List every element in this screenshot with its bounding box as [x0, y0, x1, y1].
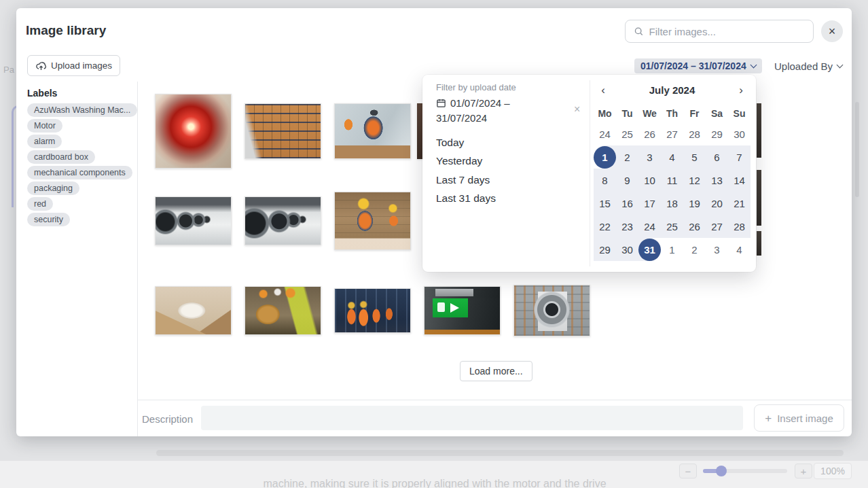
calendar-day-29[interactable]: 29	[594, 238, 616, 261]
date-shortcut-yesterday[interactable]: Yesterday	[436, 152, 496, 171]
calendar-day-25[interactable]: 25	[616, 122, 638, 145]
gallery-cell	[327, 266, 417, 355]
partially-hidden-image[interactable]	[757, 103, 761, 158]
factory-workers-orange-image[interactable]	[334, 288, 411, 333]
day-header-we: We	[638, 105, 661, 122]
description-label: Description	[142, 413, 193, 425]
uploaded-by-filter[interactable]: Uploaded By	[774, 58, 842, 73]
calendar-day-28[interactable]: 28	[728, 215, 751, 238]
washing-machine-drums-image[interactable]	[245, 196, 321, 245]
calendar-day-30[interactable]: 30	[728, 122, 751, 145]
description-input[interactable]	[201, 406, 743, 430]
next-month-button[interactable]: ›	[731, 84, 751, 96]
day-header-th: Th	[661, 105, 683, 122]
gallery-cell	[238, 176, 327, 266]
calendar-day-26[interactable]: 26	[638, 122, 661, 145]
calendar-day-14[interactable]: 14	[728, 169, 751, 192]
calendar-day-27[interactable]: 27	[706, 215, 728, 238]
zoom-out-button[interactable]: −	[679, 464, 697, 478]
previous-month-button[interactable]: ‹	[594, 84, 613, 96]
calendar-day-9[interactable]: 9	[616, 169, 638, 192]
calendar-day-10[interactable]: 10	[638, 169, 661, 192]
date-range-line1: 01/07/2024 –	[450, 97, 510, 109]
calendar-day-4[interactable]: 4	[661, 145, 683, 169]
calendar-day-29[interactable]: 29	[706, 122, 728, 145]
workers-carrying-box-image[interactable]	[245, 286, 321, 335]
date-shortcut-last-31-days[interactable]: Last 31 days	[436, 190, 496, 209]
calendar-day-8[interactable]: 8	[594, 169, 616, 192]
calendar-day-24[interactable]: 24	[594, 122, 616, 145]
uploaded-by-label: Uploaded By	[774, 60, 833, 72]
calendar-day-4[interactable]: 4	[728, 238, 751, 261]
upload-button-label: Upload images	[51, 60, 112, 71]
calendar-day-15[interactable]: 15	[594, 192, 616, 215]
load-more-button[interactable]: Load more...	[460, 361, 532, 381]
calendar-day-30[interactable]: 30	[616, 238, 638, 261]
calendar-day-28[interactable]: 28	[683, 122, 706, 145]
calendar-day-5[interactable]: 5	[683, 145, 706, 169]
calendar-day-23[interactable]: 23	[616, 215, 638, 238]
worker-packing-box-image[interactable]	[334, 103, 411, 159]
worker-scanning-boxes-image[interactable]	[334, 192, 411, 250]
calendar-day-20[interactable]: 20	[706, 192, 728, 215]
date-shortcut-last-7-days[interactable]: Last 7 days	[436, 171, 496, 190]
calendar-day-16[interactable]: 16	[616, 192, 638, 215]
open-cardboard-box-image[interactable]	[155, 286, 232, 335]
zoom-slider-handle[interactable]	[716, 466, 727, 476]
label-tag-azuwash-washing-mac[interactable]: AzuWash Washing Mac...	[27, 103, 137, 117]
search-input[interactable]	[649, 26, 805, 37]
label-tag-packaging[interactable]: packaging	[27, 181, 79, 195]
calendar-day-13[interactable]: 13	[706, 169, 728, 192]
label-tag-mechanical-components[interactable]: mechanical components	[27, 166, 132, 179]
label-tag-cardboard-box[interactable]: cardboard box	[27, 150, 95, 164]
calendar-day-17[interactable]: 17	[638, 192, 661, 215]
calendar-day-1[interactable]: 1	[661, 238, 683, 261]
calendar-day-26[interactable]: 26	[683, 215, 706, 238]
close-icon: ×	[574, 103, 580, 115]
calendar-day-1[interactable]: 1	[594, 145, 616, 169]
label-tag-security[interactable]: security	[27, 213, 70, 226]
calendar-day-6[interactable]: 6	[706, 145, 728, 169]
calendar-day-22[interactable]: 22	[594, 215, 616, 238]
green-exit-sign-image[interactable]	[424, 286, 501, 335]
day-header-su: Su	[728, 105, 751, 122]
insert-image-button[interactable]: + Insert image	[754, 404, 844, 432]
calendar-day-31[interactable]: 31	[638, 238, 661, 261]
calendar-day-7[interactable]: 7	[728, 145, 751, 169]
calendar-day-11[interactable]: 11	[661, 169, 683, 192]
gallery-cell	[148, 86, 238, 176]
date-shortcut-today[interactable]: Today	[436, 133, 496, 152]
calendar-day-3[interactable]: 3	[706, 238, 728, 261]
calendar-icon	[436, 98, 446, 108]
filter-images-search[interactable]	[625, 20, 814, 43]
label-tag-motor[interactable]: Motor	[27, 119, 62, 133]
background-document-text: machine, making sure it is properly alig…	[129, 478, 740, 488]
popup-divider	[590, 80, 590, 266]
chevron-down-icon	[836, 61, 843, 68]
calendar-day-27[interactable]: 27	[661, 122, 683, 145]
zoom-in-button[interactable]: +	[795, 464, 812, 478]
red-alarm-beacon-image[interactable]	[155, 94, 232, 169]
washing-machines-row-image[interactable]	[155, 196, 232, 245]
footer-divider	[137, 400, 852, 400]
label-tag-alarm[interactable]: alarm	[27, 135, 62, 148]
upload-images-button[interactable]: Upload images	[27, 55, 120, 76]
partially-hidden-image[interactable]	[757, 231, 761, 256]
label-tag-red[interactable]: red	[27, 197, 53, 211]
selected-date-range[interactable]: 01/07/2024 – 31/07/2024	[436, 96, 565, 126]
partially-hidden-image[interactable]	[757, 170, 761, 226]
calendar-day-21[interactable]: 21	[728, 192, 751, 215]
calendar-day-3[interactable]: 3	[638, 145, 661, 169]
warehouse-racks-image[interactable]	[245, 103, 321, 159]
washing-machine-parts-image[interactable]	[513, 285, 590, 336]
date-range-filter[interactable]: 01/07/2024 – 31/07/2024	[634, 58, 762, 73]
calendar-day-2[interactable]: 2	[683, 238, 706, 261]
close-modal-button[interactable]: ×	[821, 20, 843, 42]
calendar-day-19[interactable]: 19	[683, 192, 706, 215]
clear-date-range-icon[interactable]: ×	[574, 103, 580, 116]
calendar-day-12[interactable]: 12	[683, 169, 706, 192]
calendar-day-2[interactable]: 2	[616, 145, 638, 169]
calendar-day-25[interactable]: 25	[661, 215, 683, 238]
calendar-day-24[interactable]: 24	[638, 215, 661, 238]
calendar-day-18[interactable]: 18	[661, 192, 683, 215]
